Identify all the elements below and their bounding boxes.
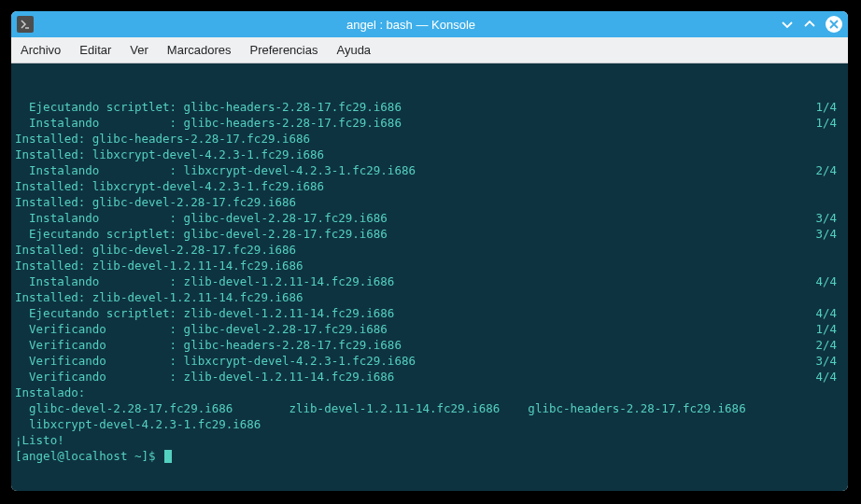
terminal-line: Installed: glibc-devel-2.28-17.fc29.i686 <box>15 242 844 258</box>
terminal-line: Installed: zlib-devel-1.2.11-14.fc29.i68… <box>15 258 844 273</box>
terminal-text: Installed: libxcrypt-devel-4.2.3-1.fc29.… <box>15 147 844 162</box>
terminal-text: Installed: libxcrypt-devel-4.2.3-1.fc29.… <box>15 178 844 194</box>
terminal-text: Verificando : glibc-devel-2.28-17.fc29.i… <box>15 321 815 337</box>
minimize-icon[interactable] <box>781 18 794 31</box>
terminal-progress: 1/4 <box>815 115 844 131</box>
terminal-text: Instalando : libxcrypt-devel-4.2.3-1.fc2… <box>15 162 815 178</box>
terminal-line: Installed: libxcrypt-devel-4.2.3-1.fc29.… <box>15 147 844 162</box>
terminal-progress: 4/4 <box>815 369 844 385</box>
terminal-text: Ejecutando scriptlet: glibc-headers-2.28… <box>15 99 815 115</box>
terminal-progress: 2/4 <box>815 337 844 353</box>
terminal-line: Instalando : glibc-headers-2.28-17.fc29.… <box>15 115 844 131</box>
close-button[interactable] <box>826 16 842 33</box>
terminal-text: Installed: glibc-devel-2.28-17.fc29.i686 <box>15 194 844 210</box>
close-icon <box>829 20 839 29</box>
terminal-line: Instalado: <box>15 385 844 400</box>
menu-ver[interactable]: Ver <box>130 43 148 57</box>
menu-preferencias[interactable]: Preferencias <box>249 43 318 57</box>
menubar: Archivo Editar Ver Marcadores Preferenci… <box>11 37 848 63</box>
terminal-line: Instalando : zlib-devel-1.2.11-14.fc29.i… <box>15 273 844 289</box>
terminal-text: libxcrypt-devel-4.2.3-1.fc29.i686 <box>15 416 844 432</box>
terminal-output[interactable]: Ejecutando scriptlet: glibc-headers-2.28… <box>11 63 848 491</box>
menu-archivo[interactable]: Archivo <box>21 43 61 57</box>
terminal-text: Instalado: <box>15 385 844 400</box>
terminal-text: Instalando : zlib-devel-1.2.11-14.fc29.i… <box>15 273 815 289</box>
terminal-text: Installed: glibc-devel-2.28-17.fc29.i686 <box>15 242 844 258</box>
terminal-line: Installed: zlib-devel-1.2.11-14.fc29.i68… <box>15 289 844 305</box>
terminal-text: glibc-devel-2.28-17.fc29.i686 zlib-devel… <box>15 400 844 416</box>
app-icon <box>17 16 34 33</box>
menu-marcadores[interactable]: Marcadores <box>167 43 232 57</box>
menu-editar[interactable]: Editar <box>79 43 111 57</box>
terminal-line: glibc-devel-2.28-17.fc29.i686 zlib-devel… <box>15 400 844 416</box>
terminal-progress: 4/4 <box>815 273 844 289</box>
terminal-text: Installed: zlib-devel-1.2.11-14.fc29.i68… <box>15 289 844 305</box>
terminal-prompt-line[interactable]: [angel@localhost ~]$ <box>15 448 844 464</box>
terminal-text: ¡Listo! <box>15 432 844 448</box>
terminal-line: Ejecutando scriptlet: glibc-devel-2.28-1… <box>15 226 844 242</box>
terminal-line: Installed: glibc-headers-2.28-17.fc29.i6… <box>15 131 844 147</box>
terminal-progress: 1/4 <box>815 99 844 115</box>
terminal-prompt: [angel@localhost ~]$ <box>15 448 162 464</box>
terminal-text: Ejecutando scriptlet: zlib-devel-1.2.11-… <box>15 305 815 321</box>
terminal-cursor <box>164 450 172 463</box>
terminal-text: Instalando : glibc-headers-2.28-17.fc29.… <box>15 115 815 131</box>
konsole-window: angel : bash — Konsole Archivo Editar Ve… <box>11 11 848 491</box>
terminal-line: Installed: glibc-devel-2.28-17.fc29.i686 <box>15 194 844 210</box>
terminal-line: libxcrypt-devel-4.2.3-1.fc29.i686 <box>15 416 844 432</box>
terminal-line: Ejecutando scriptlet: zlib-devel-1.2.11-… <box>15 305 844 321</box>
terminal-text: Installed: glibc-headers-2.28-17.fc29.i6… <box>15 131 844 147</box>
terminal-progress: 2/4 <box>815 162 844 178</box>
terminal-text: Verificando : zlib-devel-1.2.11-14.fc29.… <box>15 369 815 385</box>
terminal-line: Instalando : libxcrypt-devel-4.2.3-1.fc2… <box>15 162 844 178</box>
window-titlebar[interactable]: angel : bash — Konsole <box>11 11 848 37</box>
terminal-line: Verificando : zlib-devel-1.2.11-14.fc29.… <box>15 369 844 385</box>
terminal-line: Verificando : libxcrypt-devel-4.2.3-1.fc… <box>15 353 844 369</box>
terminal-progress: 1/4 <box>815 321 844 337</box>
terminal-line: Installed: libxcrypt-devel-4.2.3-1.fc29.… <box>15 178 844 194</box>
terminal-text: Instalando : glibc-devel-2.28-17.fc29.i6… <box>15 210 815 226</box>
terminal-line: ¡Listo! <box>15 432 844 448</box>
maximize-icon[interactable] <box>803 18 816 31</box>
terminal-progress: 3/4 <box>815 210 844 226</box>
terminal-line: Verificando : glibc-headers-2.28-17.fc29… <box>15 337 844 353</box>
terminal-text: Verificando : glibc-headers-2.28-17.fc29… <box>15 337 815 353</box>
window-controls <box>781 16 842 33</box>
menu-ayuda[interactable]: Ayuda <box>336 43 371 57</box>
terminal-line: Instalando : glibc-devel-2.28-17.fc29.i6… <box>15 210 844 226</box>
terminal-line: Verificando : glibc-devel-2.28-17.fc29.i… <box>15 321 844 337</box>
terminal-line: Ejecutando scriptlet: glibc-headers-2.28… <box>15 99 844 115</box>
terminal-text: Ejecutando scriptlet: glibc-devel-2.28-1… <box>15 226 815 242</box>
terminal-text: Verificando : libxcrypt-devel-4.2.3-1.fc… <box>15 353 815 369</box>
terminal-text: Installed: zlib-devel-1.2.11-14.fc29.i68… <box>15 258 844 273</box>
terminal-progress: 3/4 <box>815 226 844 242</box>
window-title: angel : bash — Konsole <box>41 18 781 32</box>
terminal-progress: 3/4 <box>815 353 844 369</box>
terminal-progress: 4/4 <box>815 305 844 321</box>
